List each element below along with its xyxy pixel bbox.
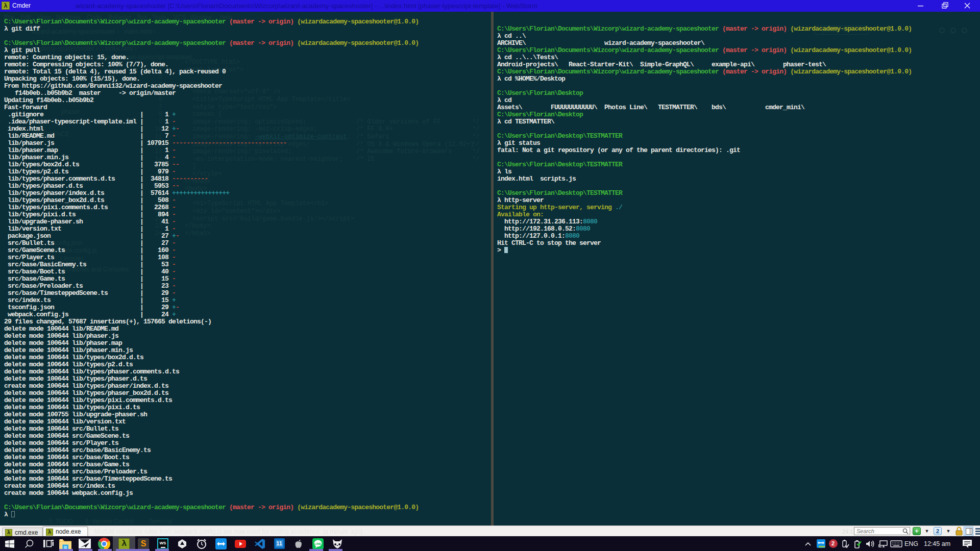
- svg-text:LINE: LINE: [314, 542, 322, 545]
